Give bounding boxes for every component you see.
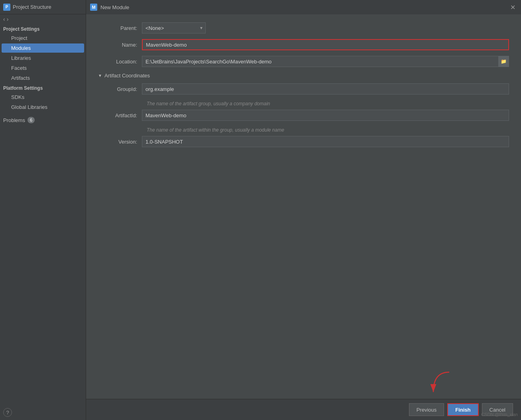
dialog-content: Parent: <None> Name: Location: 📁 bbox=[86, 14, 521, 399]
location-row: Location: 📁 bbox=[98, 56, 509, 67]
dialog-title-bar: M New Module ✕ bbox=[86, 0, 521, 14]
back-arrow[interactable]: ‹ bbox=[3, 16, 5, 22]
version-label: Version: bbox=[98, 139, 142, 145]
sidebar-problems[interactable]: Problems 6 bbox=[0, 115, 86, 125]
artifactid-hint: The name of the artifact within the grou… bbox=[98, 126, 509, 136]
version-input[interactable] bbox=[142, 136, 509, 147]
artifact-section: ▼ Artifact Coordinates GroupId: The name… bbox=[98, 73, 509, 147]
artifact-header[interactable]: ▼ Artifact Coordinates bbox=[98, 73, 509, 79]
close-button[interactable]: ✕ bbox=[508, 3, 517, 12]
parent-select-wrapper: <None> bbox=[142, 22, 206, 34]
groupid-row: GroupId: bbox=[98, 83, 509, 95]
dialog-icon: M bbox=[90, 4, 97, 11]
platform-settings-header: Platform Settings bbox=[0, 83, 86, 92]
forward-arrow[interactable]: › bbox=[7, 16, 9, 22]
groupid-hint: The name of the artifact group, usually … bbox=[98, 100, 509, 110]
sidebar-item-global-libraries[interactable]: Global Libraries bbox=[2, 103, 84, 112]
help-button[interactable]: ? bbox=[3, 408, 12, 417]
sidebar-item-artifacts[interactable]: Artifacts bbox=[2, 73, 84, 83]
sidebar: P Project Structure ‹ › Project Settings… bbox=[0, 0, 86, 420]
parent-select[interactable]: <None> bbox=[142, 22, 206, 34]
sidebar-item-modules[interactable]: Modules bbox=[2, 43, 84, 53]
location-input[interactable] bbox=[142, 56, 509, 67]
artifactid-input[interactable] bbox=[142, 110, 509, 121]
collapse-icon: ▼ bbox=[98, 73, 102, 78]
finish-button[interactable]: Finish bbox=[447, 403, 478, 416]
sidebar-item-facets[interactable]: Facets bbox=[2, 63, 84, 73]
name-label: Name: bbox=[98, 42, 142, 48]
name-input[interactable] bbox=[142, 39, 509, 50]
dialog-panel: M New Module ✕ Parent: <None> Name: bbox=[86, 0, 521, 420]
sidebar-app-title: Project Structure bbox=[13, 4, 51, 10]
version-row: Version: bbox=[98, 136, 509, 147]
parent-row: Parent: <None> bbox=[98, 22, 509, 34]
project-settings-header: Project Settings bbox=[0, 24, 86, 33]
parent-label: Parent: bbox=[98, 25, 142, 31]
groupid-label: GroupId: bbox=[98, 86, 142, 92]
artifact-title: Artifact Coordinates bbox=[104, 73, 150, 79]
title-bar-left: M New Module bbox=[90, 4, 129, 11]
location-label: Location: bbox=[98, 59, 142, 65]
sidebar-header: P Project Structure bbox=[0, 0, 86, 14]
sidebar-help: ? bbox=[0, 405, 86, 420]
watermark: CSDN @Prm_xian bbox=[481, 412, 518, 417]
groupid-input[interactable] bbox=[142, 83, 509, 95]
dialog-bottom: Previous Finish Cancel CSDN @Prm_xian bbox=[86, 399, 521, 420]
previous-button[interactable]: Previous bbox=[409, 403, 444, 416]
artifactid-row: ArtifactId: bbox=[98, 110, 509, 121]
problems-label: Problems bbox=[3, 117, 25, 123]
nav-arrows: ‹ › bbox=[0, 14, 86, 24]
location-input-wrapper: 📁 bbox=[142, 56, 509, 67]
artifactid-label: ArtifactId: bbox=[98, 112, 142, 118]
sidebar-item-project[interactable]: Project bbox=[2, 34, 84, 43]
browse-folder-button[interactable]: 📁 bbox=[498, 56, 509, 67]
name-row: Name: bbox=[98, 39, 509, 50]
sidebar-item-libraries[interactable]: Libraries bbox=[2, 53, 84, 63]
dialog-title: New Module bbox=[100, 4, 129, 10]
sidebar-item-sdks[interactable]: SDKs bbox=[2, 93, 84, 102]
app-icon: P bbox=[3, 4, 10, 11]
problems-badge: 6 bbox=[28, 117, 35, 123]
